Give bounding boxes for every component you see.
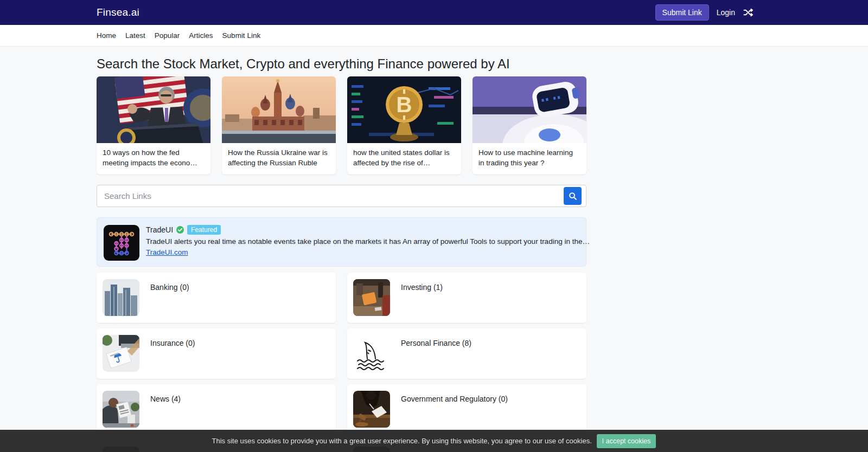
category-card-investing[interactable]: Investing (1) (347, 273, 586, 323)
category-label: Investing (1) (401, 283, 443, 317)
nav-item-articles[interactable]: Articles (189, 31, 213, 40)
article-card-us-dollar[interactable]: B how the united states dollar is affect… (347, 76, 461, 175)
featured-description: TradeUI alerts you real time as notable … (146, 237, 590, 246)
document-signing-gavel-image (353, 391, 390, 428)
nav-item-home[interactable]: Home (97, 31, 116, 40)
nav-item-latest[interactable]: Latest (125, 31, 145, 40)
fed-chair-press-conference-image (97, 76, 210, 143)
home-trading-desk-image (353, 279, 390, 316)
st-basils-cathedral-image (222, 76, 336, 143)
svg-text:B: B (397, 93, 412, 117)
featured-site-link[interactable]: TradeUI.com (146, 248, 188, 256)
featured-articles-row: 10 ways on how the fed meeting impacts t… (97, 76, 586, 175)
search-icon (569, 192, 577, 201)
article-card-fed-meeting[interactable]: 10 ways on how the fed meeting impacts t… (97, 76, 210, 175)
category-label: Banking (0) (150, 283, 189, 317)
submit-link-button[interactable]: Submit Link (655, 4, 709, 21)
brand-logo[interactable]: Finsea.ai (97, 7, 139, 18)
main-nav: Home Latest Popular Articles Submit Link (0, 25, 868, 47)
category-label: Government and Regulatory (0) (401, 395, 508, 428)
article-title: How to use machine learning in trading t… (473, 143, 586, 175)
category-card-government[interactable]: Government and Regulatory (0) (347, 384, 586, 435)
login-link[interactable]: Login (717, 8, 735, 17)
nav-item-submit-link[interactable]: Submit Link (222, 31, 261, 40)
nav-item-popular[interactable]: Popular (155, 31, 180, 40)
accept-cookies-button[interactable]: I accept cookies (597, 434, 656, 448)
insurance-paper-umbrella-image (103, 335, 139, 372)
category-label: Insurance (0) (150, 339, 195, 372)
search-input[interactable] (97, 185, 586, 207)
search-bar (97, 185, 586, 207)
verified-check-icon (176, 226, 184, 234)
category-grid: Banking (0) Investing (1) (97, 273, 586, 452)
category-label: News (4) (150, 395, 181, 428)
top-header: Finsea.ai Submit Link Login (0, 0, 868, 25)
category-card-banking[interactable]: Banking (0) (97, 273, 336, 323)
person-reading-newspaper-image (103, 391, 139, 428)
shark-fin-line-drawing-image (353, 335, 390, 372)
featured-listing-card[interactable]: TradeUI Featured TradeUI alerts you real… (97, 217, 586, 267)
article-title: How the Russia Ukraine war is affecting … (222, 143, 336, 175)
tradeui-logo-icon (104, 225, 139, 261)
search-button[interactable] (564, 187, 582, 205)
content-container: Search the Stock Market, Crypto and ever… (97, 56, 586, 452)
golden-bitcoin-image: B (347, 76, 461, 143)
category-card-personal-finance[interactable]: Personal Finance (8) (347, 328, 586, 379)
cookie-consent-bar: This site uses cookies to provide you wi… (0, 430, 868, 452)
article-card-russia-ukraine[interactable]: How the Russia Ukraine war is affecting … (222, 76, 336, 175)
cookie-message: This site uses cookies to provide you wi… (212, 437, 592, 445)
featured-name: TradeUI (146, 225, 173, 234)
article-title: how the united states dollar is affected… (347, 143, 461, 175)
article-card-machine-learning[interactable]: How to use machine learning in trading t… (473, 76, 586, 175)
category-card-news[interactable]: News (4) (97, 384, 336, 435)
white-robot-image (473, 76, 586, 143)
page-title: Search the Stock Market, Crypto and ever… (97, 56, 586, 72)
article-title: 10 ways on how the fed meeting impacts t… (97, 143, 210, 175)
category-card-insurance[interactable]: Insurance (0) (97, 328, 336, 379)
featured-badge: Featured (187, 225, 221, 235)
shuffle-icon[interactable] (743, 7, 754, 18)
city-skyscrapers-image (103, 279, 139, 316)
category-label: Personal Finance (8) (401, 339, 471, 372)
